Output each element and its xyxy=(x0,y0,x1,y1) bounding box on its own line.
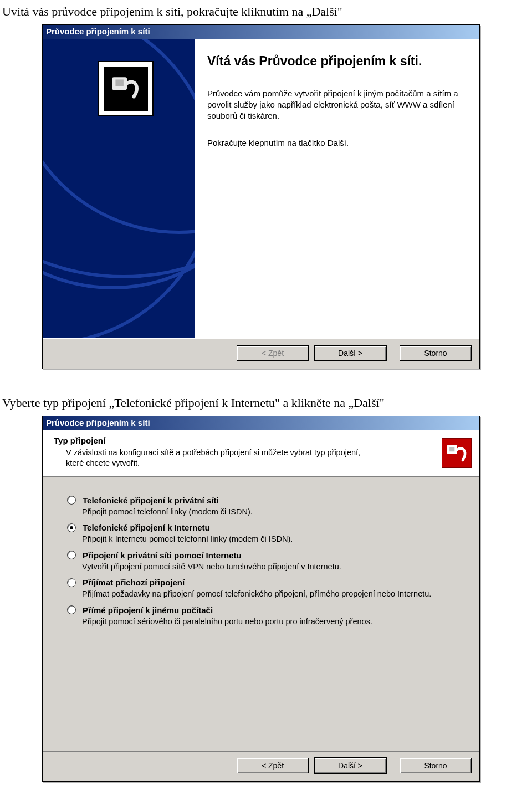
subheader-title: Typ připojení xyxy=(54,436,434,445)
option-label: Přímé připojení k jinému počítači xyxy=(83,605,213,615)
wizard-continue-hint: Pokračujte klepnutím na tlačítko Další. xyxy=(207,137,464,149)
option-desc: Připojit pomocí telefonní linky (modem č… xyxy=(82,507,465,518)
cancel-button[interactable]: Storno xyxy=(400,345,472,361)
button-bar: < Zpět Další > Storno xyxy=(43,751,479,781)
caption-top: Uvítá vás průvodce připojením k síti, po… xyxy=(0,0,532,24)
svg-rect-3 xyxy=(449,447,454,451)
back-button: < Zpět xyxy=(237,345,309,361)
next-button[interactable]: Další > xyxy=(314,345,386,361)
button-bar: < Zpět Další > Storno xyxy=(43,338,479,369)
option-dialup-internet[interactable]: Telefonické připojení k Internetu Připoj… xyxy=(67,523,465,545)
option-desc: Připojit k Internetu pomocí telefonní li… xyxy=(82,534,465,545)
caption-mid: Vyberte typ připojení „Telefonické připo… xyxy=(0,391,532,416)
back-button[interactable]: < Zpět xyxy=(237,758,309,773)
option-desc: Přijímat požadavky na připojení pomocí t… xyxy=(82,589,465,600)
subheader-subtitle: V závislosti na konfiguraci sítě a potře… xyxy=(54,447,376,468)
option-desc: Vytvořit připojení pomocí sítě VPN nebo … xyxy=(82,562,465,573)
titlebar: Průvodce připojením k síti xyxy=(43,25,479,39)
wizard-type-dialog: Průvodce připojením k síti Typ připojení… xyxy=(42,416,480,782)
option-label: Příjímat přichozí připojení xyxy=(83,578,185,587)
svg-rect-1 xyxy=(115,79,123,86)
next-button[interactable]: Další > xyxy=(314,758,386,773)
option-dialup-private[interactable]: Telefonické připojení k privátní síti Př… xyxy=(67,496,465,518)
option-incoming[interactable]: Příjímat přichozí připojení Přijímat pož… xyxy=(67,578,465,600)
network-connector-icon xyxy=(98,61,154,116)
cancel-button[interactable]: Storno xyxy=(400,758,472,773)
radio-icon[interactable] xyxy=(67,551,76,559)
wizard-welcome-dialog: Průvodce připojením k síti Vítá vás Prův… xyxy=(42,24,480,369)
option-label: Telefonické připojení k Internetu xyxy=(83,523,210,532)
option-label: Připojení k privátní síti pomocí Interne… xyxy=(83,551,242,560)
titlebar: Průvodce připojením k síti xyxy=(43,416,479,430)
option-label: Telefonické připojení k privátní síti xyxy=(83,496,219,505)
option-desc: Připojit pomocí sériového či paralelního… xyxy=(82,617,465,628)
radio-icon[interactable] xyxy=(67,578,76,587)
hero-sidebar xyxy=(43,39,195,338)
radio-icon[interactable] xyxy=(67,496,76,505)
options-area: Telefonické připojení k privátní síti Př… xyxy=(43,477,479,751)
option-vpn[interactable]: Připojení k privátní síti pomocí Interne… xyxy=(67,551,465,573)
radio-icon[interactable] xyxy=(67,605,76,614)
radio-icon[interactable] xyxy=(67,523,76,532)
wizard-subheader: Typ připojení V závislosti na konfigurac… xyxy=(43,430,479,477)
option-direct[interactable]: Přímé připojení k jinému počítači Připoj… xyxy=(67,605,465,628)
network-connector-icon xyxy=(442,438,472,468)
wizard-intro-text: Průvodce vám pomůže vytvořit připojení k… xyxy=(207,88,464,122)
wizard-heading: Vítá vás Průvodce připojením k síti. xyxy=(207,53,464,69)
